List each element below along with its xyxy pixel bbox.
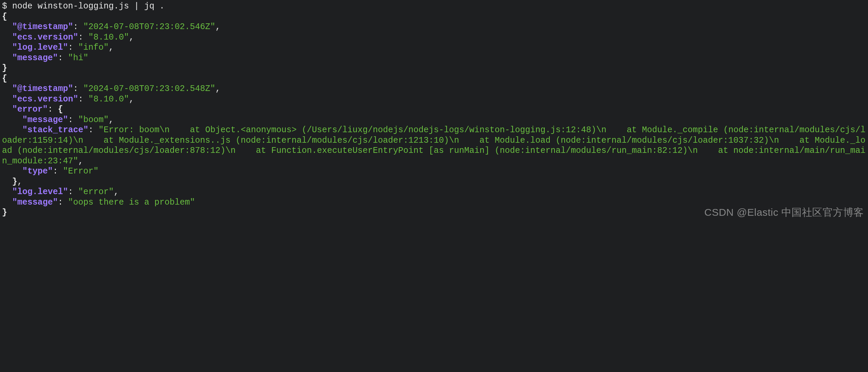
json-open-brace: {	[2, 12, 7, 22]
json-key: "message"	[22, 115, 68, 125]
json-key: "message"	[12, 53, 58, 63]
json-key: "message"	[12, 197, 58, 207]
json-string: "2024-07-08T07:23:02.546Z"	[83, 22, 215, 32]
json-key: "log.level"	[12, 187, 68, 197]
json-string: "hi"	[68, 53, 88, 63]
json-string: "Error: boom\n at Object.<anonymous> (/U…	[2, 125, 865, 166]
json-key: "log.level"	[12, 43, 68, 52]
json-key: "@timestamp"	[12, 22, 73, 32]
json-string: "oops there is a problem"	[68, 197, 195, 207]
watermark-text: CSDN @Elastic 中国社区官方博客	[704, 206, 864, 219]
json-key: "ecs.version"	[12, 94, 78, 104]
json-key: "error"	[12, 104, 48, 114]
json-string: "8.10.0"	[88, 94, 129, 104]
json-key: "type"	[22, 166, 53, 176]
json-key: "@timestamp"	[12, 84, 73, 94]
json-key: "stack_trace"	[22, 125, 88, 135]
shell-command: $ node winston-logging.js | jq .	[2, 1, 165, 11]
json-string: "8.10.0"	[88, 32, 129, 42]
json-string: "error"	[78, 187, 114, 197]
json-key: "ecs.version"	[12, 32, 78, 42]
json-string: "info"	[78, 43, 109, 52]
json-string: "Error"	[63, 166, 99, 176]
json-open-brace: {	[2, 74, 7, 84]
json-string: "2024-07-08T07:23:02.548Z"	[83, 84, 215, 94]
terminal-output[interactable]: $ node winston-logging.js | jq . { "@tim…	[0, 0, 868, 221]
json-close-brace: }	[2, 208, 7, 217]
json-close-brace: }	[2, 63, 7, 73]
json-string: "boom"	[78, 115, 109, 125]
